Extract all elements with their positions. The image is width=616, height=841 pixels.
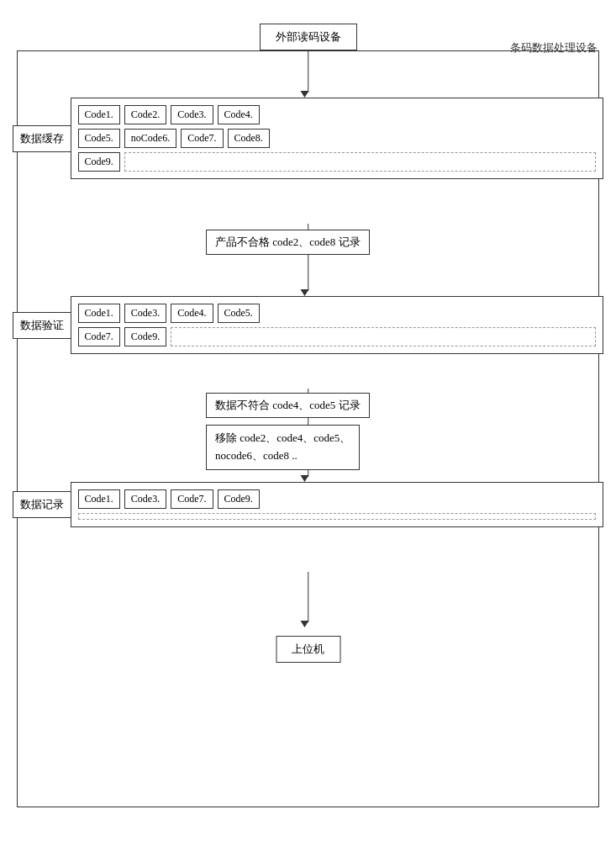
validate-row-1: Code1. Code3. Code4. Code5. xyxy=(78,304,597,323)
code-box: Code1. xyxy=(78,489,120,509)
corner-label: 条码数据处理设备 xyxy=(510,40,598,56)
record-content: Code1. Code3. Code7. Code9. xyxy=(71,482,604,527)
validate-content: Code1. Code3. Code4. Code5. Code7. Code9… xyxy=(71,296,604,354)
record-section: 数据记录 Code1. Code3. Code7. Code9. xyxy=(13,482,603,527)
code-box: Code2. xyxy=(124,105,166,124)
code-box: Code3. xyxy=(124,304,166,323)
code-box: Code3. xyxy=(124,489,166,509)
code-box: Code9. xyxy=(218,489,260,509)
note-box-2: 数据不符合 code4、code5 记录 xyxy=(206,393,370,418)
code-box: Code7. xyxy=(171,489,213,509)
buffer-row-1: Code1. Code2. Code3. Code4. xyxy=(78,105,597,124)
code-box: Code1. xyxy=(78,304,120,323)
bottom-device-box: 上位机 xyxy=(276,636,340,663)
buffer-row-2: Code5. noCode6. Code7. Code8. xyxy=(78,129,597,148)
note-box-3: 移除 code2、code4、code5、nocode6、code8 .. xyxy=(206,425,360,470)
code-box: Code5. xyxy=(78,129,120,148)
code-box: Code7. xyxy=(78,327,120,346)
arrow-head-4 xyxy=(300,621,308,627)
code-box: Code4. xyxy=(218,105,260,124)
record-row-2 xyxy=(78,513,597,520)
code-box: noCode6. xyxy=(124,129,176,148)
record-row-1: Code1. Code3. Code7. Code9. xyxy=(78,489,597,509)
dotted-placeholder xyxy=(124,152,596,172)
note-box-1: 产品不合格 code2、code8 记录 xyxy=(206,230,370,255)
buffer-section: 数据缓存 Code1. Code2. Code3. Code4. Code5. … xyxy=(13,98,603,179)
dotted-placeholder xyxy=(78,513,597,520)
dotted-placeholder xyxy=(171,327,596,346)
buffer-row-3: Code9. xyxy=(78,152,597,172)
code-box: Code3. xyxy=(171,105,213,124)
code-box: Code9. xyxy=(124,327,166,346)
code-box: Code7. xyxy=(181,129,223,148)
validate-row-2: Code7. Code9. xyxy=(78,327,597,346)
arrow-line-4 xyxy=(308,572,309,622)
arrow-head-1 xyxy=(300,91,308,98)
code-box: Code4. xyxy=(171,304,213,323)
code-box: Code8. xyxy=(228,129,270,148)
record-label: 数据记录 xyxy=(13,491,71,518)
note-label-3: 移除 code2、code4、code5、nocode6、code8 .. xyxy=(215,431,350,462)
arrow-head-2 xyxy=(300,289,308,296)
buffer-content: Code1. Code2. Code3. Code4. Code5. noCod… xyxy=(71,98,604,179)
arrow-head-3 xyxy=(300,475,308,482)
note-label-2: 数据不符合 code4、code5 记录 xyxy=(215,399,361,411)
bottom-device-label: 上位机 xyxy=(292,643,324,655)
top-device-label: 外部读码设备 xyxy=(276,30,341,43)
top-device-box: 外部读码设备 xyxy=(260,24,357,50)
buffer-label: 数据缓存 xyxy=(13,125,71,152)
code-box: Code9. xyxy=(78,152,120,172)
validate-label: 数据验证 xyxy=(13,312,71,339)
code-box: Code1. xyxy=(78,105,120,124)
code-box: Code5. xyxy=(218,304,260,323)
validate-section: 数据验证 Code1. Code3. Code4. Code5. Code7. … xyxy=(13,296,603,354)
arrow-line-1 xyxy=(308,46,309,93)
note-label-1: 产品不合格 code2、code8 记录 xyxy=(215,235,361,248)
